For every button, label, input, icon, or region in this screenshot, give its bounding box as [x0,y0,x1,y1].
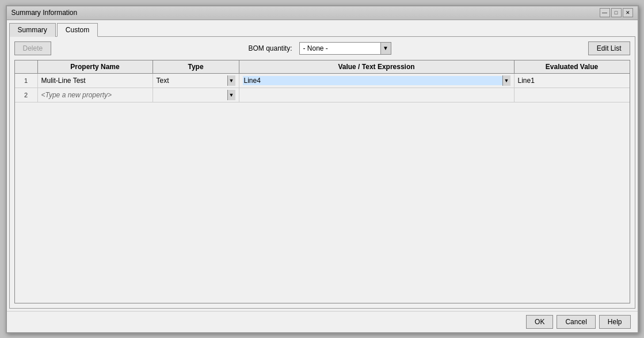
row2-property-name[interactable]: <Type a new property> [38,88,153,102]
col-header-property-name: Property Name [38,60,153,73]
tab-summary[interactable]: Summary [9,23,56,37]
toolbar-left: Delete [14,41,52,55]
toolbar: Delete BOM quantity: - None - ▼ Edit Lis… [14,41,630,55]
bom-quantity-select[interactable]: - None - ▼ [299,42,391,55]
summary-information-window: Summary Information — □ ✕ Summary Custom… [6,5,639,333]
maximize-button[interactable]: □ [611,8,622,17]
window-title: Summary Information [12,9,78,17]
table-row: 2 <Type a new property> ▼ [15,88,630,102]
bom-quantity-value: - None - [300,44,380,52]
row1-value-expression[interactable]: Line4 ▼ [239,74,515,88]
row2-value-expression[interactable] [239,88,515,102]
row-num-2: 2 [15,88,38,102]
row1-property-name[interactable]: Mulit-Line Test [38,74,153,88]
row1-evaluated-value: Line1 [515,74,630,88]
toolbar-center: BOM quantity: - None - ▼ [248,42,391,55]
bom-label: BOM quantity: [248,44,292,52]
close-button[interactable]: ✕ [623,8,633,17]
tab-custom[interactable]: Custom [57,23,98,37]
cancel-button[interactable]: Cancel [557,315,595,329]
type-dropdown-arrow-2[interactable]: ▼ [227,90,235,100]
edit-list-button[interactable]: Edit List [588,41,630,55]
value-expression-input-1[interactable]: Line4 [243,76,502,85]
row1-type[interactable]: Text ▼ [153,74,239,88]
delete-button[interactable]: Delete [14,41,52,55]
row-num-1: 1 [15,74,38,88]
bom-dropdown-arrow[interactable]: ▼ [380,43,391,54]
tab-bar: Summary Custom [9,22,635,37]
col-header-type: Type [153,60,239,73]
help-button[interactable]: Help [599,315,631,329]
col-header-value-expression: Value / Text Expression [239,60,515,73]
col-header-evaluated-value: Evaluated Value [515,60,630,73]
col-header-num [15,60,38,73]
window-content: Summary Custom Delete BOM quantity: - No… [7,20,638,311]
table-header: Property Name Type Value / Text Expressi… [15,60,630,74]
dialog-buttons: OK Cancel Help [7,311,638,332]
toolbar-right: Edit List [588,41,630,55]
title-bar: Summary Information — □ ✕ [7,6,638,20]
row2-type[interactable]: ▼ [153,88,239,102]
ok-button[interactable]: OK [526,315,553,329]
type-dropdown-arrow-1[interactable]: ▼ [227,75,235,86]
properties-table: Property Name Type Value / Text Expressi… [14,60,630,303]
tab-content-custom: Delete BOM quantity: - None - ▼ Edit Lis… [9,37,635,309]
row2-evaluated-value [515,88,630,102]
title-bar-controls: — □ ✕ [600,8,633,17]
table-body: 1 Mulit-Line Test Text ▼ Line4 ▼ [15,74,630,303]
minimize-button[interactable]: — [600,8,610,17]
value-dropdown-arrow-1[interactable]: ▼ [502,75,510,86]
table-row: 1 Mulit-Line Test Text ▼ Line4 ▼ [15,74,630,88]
